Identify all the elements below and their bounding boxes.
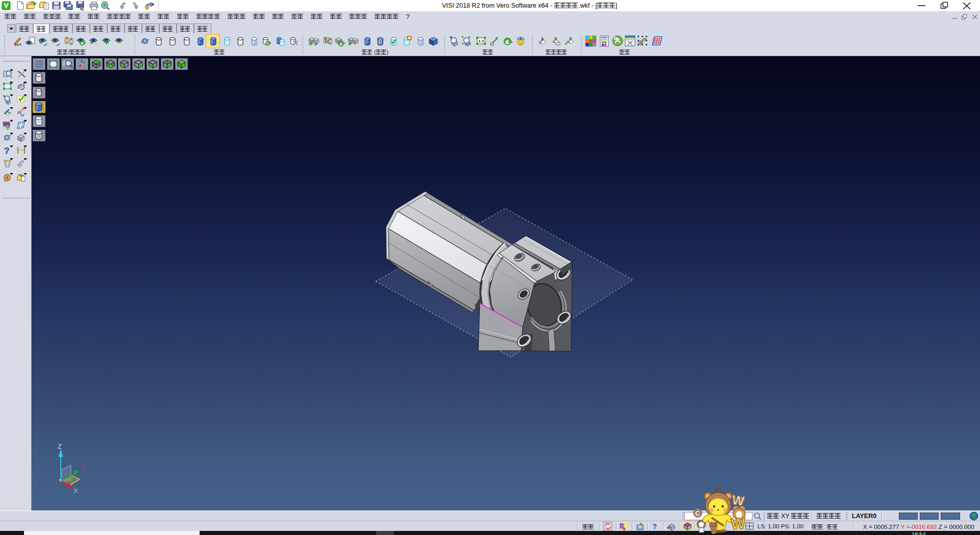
svg-text:1:1: 1:1 [478, 39, 484, 43]
svg-text:Y: Y [80, 464, 85, 472]
svg-text:Z: Z [58, 443, 62, 450]
svg-text:W: W [730, 515, 746, 532]
svg-text:X: X [74, 487, 78, 495]
svg-text:C: C [695, 509, 700, 517]
svg-text:?: ? [4, 146, 9, 156]
